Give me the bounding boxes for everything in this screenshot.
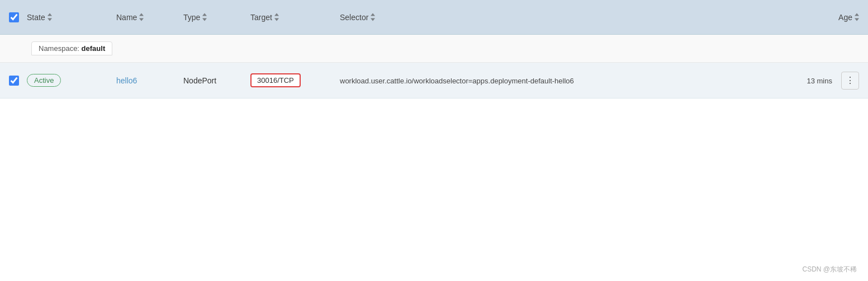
more-actions-button[interactable]: ⋮ xyxy=(841,72,859,90)
col-header-target[interactable]: Target xyxy=(250,12,340,22)
col-header-selector-label: Selector xyxy=(340,13,368,22)
select-all-checkbox[interactable] xyxy=(9,12,19,22)
col-header-target-label: Target xyxy=(250,13,272,22)
row-target-cell: 30016/TCP xyxy=(250,73,340,87)
table-header: State Name Type Target xyxy=(0,0,868,35)
namespace-value: default xyxy=(82,44,106,53)
row-selector-value: workload.user.cattle.io/workloadselector… xyxy=(340,77,574,85)
table-row: Active hello6 NodePort 30016/TCP workloa… xyxy=(0,63,868,99)
row-name-link[interactable]: hello6 xyxy=(116,76,137,85)
sort-icon-state xyxy=(48,12,52,22)
namespace-label: Namespace: default xyxy=(31,41,112,55)
row-type-value: NodePort xyxy=(183,76,216,85)
col-header-name-label: Name xyxy=(116,13,137,22)
col-header-age-label: Age xyxy=(838,13,852,22)
sort-icon-target xyxy=(274,12,279,22)
namespace-prefix: Namespace: xyxy=(39,44,79,53)
row-checkbox-wrapper[interactable] xyxy=(9,76,27,86)
col-header-selector[interactable]: Selector xyxy=(340,12,792,22)
row-selector-cell: workload.user.cattle.io/workloadselector… xyxy=(340,76,765,85)
sort-icon-selector xyxy=(371,12,375,22)
col-header-type-label: Type xyxy=(183,13,200,22)
row-state-cell: Active xyxy=(27,74,116,87)
sort-icon-type xyxy=(202,12,207,22)
sort-icon-name xyxy=(139,12,144,22)
namespace-row: Namespace: default xyxy=(0,35,868,63)
row-type-cell: NodePort xyxy=(183,76,250,85)
col-header-type[interactable]: Type xyxy=(183,12,250,22)
col-header-state[interactable]: State xyxy=(27,12,116,22)
row-age-cell: 13 mins xyxy=(765,76,832,85)
row-name-cell: hello6 xyxy=(116,76,183,85)
select-all-checkbox-wrapper[interactable] xyxy=(9,12,27,22)
row-age-value: 13 mins xyxy=(807,77,832,85)
col-header-name[interactable]: Name xyxy=(116,12,183,22)
col-header-age[interactable]: Age xyxy=(792,12,859,22)
row-actions-cell: ⋮ xyxy=(832,72,859,90)
status-badge: Active xyxy=(27,74,61,87)
main-container: State Name Type Target xyxy=(0,0,868,281)
col-header-state-label: State xyxy=(27,13,45,22)
target-badge[interactable]: 30016/TCP xyxy=(250,73,301,87)
watermark: CSDN @东坡不稀 xyxy=(802,265,857,274)
watermark-text: CSDN @东坡不稀 xyxy=(802,265,857,273)
sort-icon-age xyxy=(855,12,859,22)
row-checkbox[interactable] xyxy=(9,76,19,86)
